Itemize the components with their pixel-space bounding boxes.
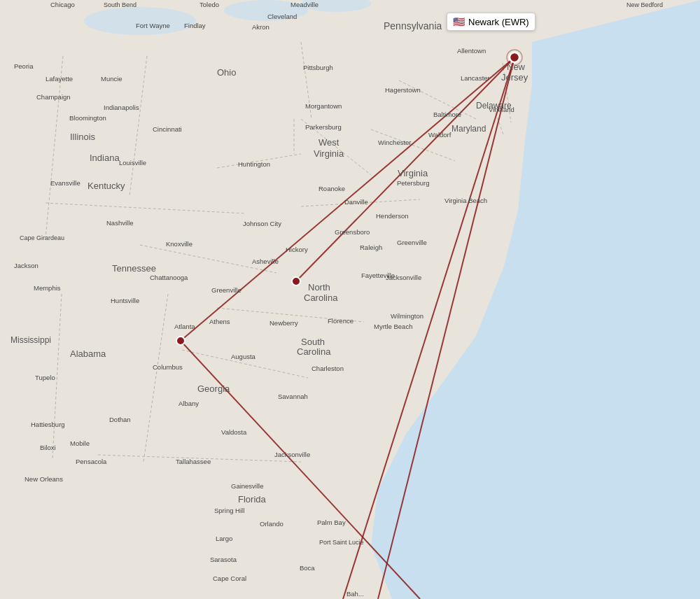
svg-text:Boca: Boca bbox=[300, 564, 315, 572]
svg-text:Orlando: Orlando bbox=[260, 520, 284, 528]
svg-text:Tennessee: Tennessee bbox=[112, 263, 156, 274]
svg-text:Virginia: Virginia bbox=[398, 168, 428, 178]
svg-text:Palm Bay: Palm Bay bbox=[317, 519, 346, 526]
svg-text:Bloomington: Bloomington bbox=[69, 114, 106, 122]
svg-text:Atlanta: Atlanta bbox=[174, 323, 195, 330]
airport-name: Newark (EWR) bbox=[468, 17, 529, 27]
svg-text:Jacksonville: Jacksonville bbox=[274, 451, 310, 458]
svg-text:Port Saint Lucie: Port Saint Lucie bbox=[319, 539, 364, 546]
svg-text:Raleigh: Raleigh bbox=[360, 244, 382, 251]
svg-point-1 bbox=[84, 7, 196, 35]
svg-text:Newberry: Newberry bbox=[270, 319, 298, 327]
svg-text:Lafayette: Lafayette bbox=[46, 75, 73, 83]
svg-text:Waldorf: Waldorf bbox=[428, 131, 451, 139]
svg-text:Florida: Florida bbox=[238, 494, 267, 505]
svg-text:Mobile: Mobile bbox=[70, 439, 90, 447]
svg-text:Virginia: Virginia bbox=[314, 148, 344, 159]
svg-text:Morgantown: Morgantown bbox=[305, 102, 342, 110]
svg-point-130 bbox=[292, 277, 300, 286]
svg-text:Parkersburg: Parkersburg bbox=[305, 123, 342, 131]
svg-text:New Orleans: New Orleans bbox=[24, 475, 63, 483]
svg-text:North: North bbox=[308, 282, 330, 293]
svg-text:Bah...: Bah... bbox=[346, 590, 364, 598]
svg-text:Allentown: Allentown bbox=[457, 47, 486, 55]
svg-text:Tallahassee: Tallahassee bbox=[176, 458, 211, 465]
svg-text:Muncie: Muncie bbox=[101, 75, 122, 83]
svg-text:Kentucky: Kentucky bbox=[88, 181, 125, 191]
svg-text:Asheville: Asheville bbox=[252, 258, 279, 265]
svg-text:Savannah: Savannah bbox=[278, 393, 308, 400]
svg-text:Cape Coral: Cape Coral bbox=[213, 575, 246, 582]
svg-text:Cincinnati: Cincinnati bbox=[153, 125, 182, 133]
svg-text:Charleston: Charleston bbox=[312, 365, 344, 372]
svg-point-131 bbox=[510, 52, 519, 62]
svg-text:Dothan: Dothan bbox=[109, 416, 131, 423]
svg-text:Virginia Beach: Virginia Beach bbox=[444, 197, 487, 204]
svg-text:Greenville: Greenville bbox=[211, 286, 241, 294]
svg-text:Greenville: Greenville bbox=[397, 239, 427, 246]
svg-text:Tupelo: Tupelo bbox=[35, 374, 55, 381]
svg-text:Spring Hill: Spring Hill bbox=[214, 507, 244, 514]
svg-text:Greensboro: Greensboro bbox=[335, 228, 370, 236]
svg-text:Champaign: Champaign bbox=[36, 93, 71, 101]
svg-text:Toledo: Toledo bbox=[200, 1, 219, 8]
svg-text:Hickory: Hickory bbox=[286, 246, 308, 253]
svg-text:Peoria: Peoria bbox=[14, 62, 34, 70]
svg-text:Petersburg: Petersburg bbox=[397, 179, 429, 187]
newark-airport-label[interactable]: 🇺🇸 Newark (EWR) bbox=[447, 13, 536, 31]
svg-text:Huntington: Huntington bbox=[238, 160, 270, 168]
svg-text:Findlay: Findlay bbox=[184, 22, 206, 29]
svg-text:Chattanooga: Chattanooga bbox=[150, 274, 188, 281]
svg-text:Baltimore: Baltimore bbox=[433, 111, 461, 118]
svg-text:West: West bbox=[318, 137, 340, 148]
svg-text:Vineland: Vineland bbox=[489, 106, 514, 113]
svg-text:Roanoke: Roanoke bbox=[318, 185, 345, 192]
svg-text:Pennsylvania: Pennsylvania bbox=[384, 20, 442, 31]
svg-text:Memphis: Memphis bbox=[34, 284, 61, 292]
svg-text:Knoxville: Knoxville bbox=[166, 240, 192, 248]
svg-text:Florence: Florence bbox=[328, 317, 354, 325]
svg-text:Columbus: Columbus bbox=[153, 363, 183, 371]
svg-text:Huntsville: Huntsville bbox=[111, 297, 139, 304]
svg-text:Alabama: Alabama bbox=[70, 348, 106, 359]
svg-text:Pensacola: Pensacola bbox=[76, 458, 107, 465]
svg-text:Hattiesburg: Hattiesburg bbox=[31, 421, 65, 428]
svg-text:Akron: Akron bbox=[252, 23, 270, 31]
svg-text:Mississippi: Mississippi bbox=[10, 335, 51, 345]
svg-point-129 bbox=[176, 337, 185, 345]
svg-text:Nashville: Nashville bbox=[106, 219, 134, 227]
svg-text:Danville: Danville bbox=[344, 198, 368, 206]
svg-text:Maryland: Maryland bbox=[451, 124, 486, 134]
svg-text:Louisville: Louisville bbox=[119, 159, 146, 167]
svg-text:Fort Wayne: Fort Wayne bbox=[136, 22, 170, 29]
svg-text:South: South bbox=[301, 337, 325, 347]
svg-text:Jersey: Jersey bbox=[501, 72, 528, 83]
svg-text:Valdosta: Valdosta bbox=[221, 428, 247, 436]
svg-text:Jacksonville: Jacksonville bbox=[386, 274, 421, 281]
svg-text:Johnson City: Johnson City bbox=[243, 220, 281, 227]
svg-text:Lancaster: Lancaster bbox=[461, 74, 490, 82]
svg-text:Albany: Albany bbox=[178, 400, 199, 407]
svg-text:Cleveland: Cleveland bbox=[267, 13, 297, 20]
svg-text:Ohio: Ohio bbox=[217, 67, 236, 78]
svg-text:Henderson: Henderson bbox=[376, 212, 408, 220]
svg-text:Biloxi: Biloxi bbox=[40, 444, 56, 451]
svg-text:Sarasota: Sarasota bbox=[210, 556, 237, 563]
svg-text:Athens: Athens bbox=[209, 318, 230, 325]
us-flag-icon: 🇺🇸 bbox=[453, 16, 465, 27]
svg-text:Meadville: Meadville bbox=[290, 1, 318, 8]
svg-text:Indiana: Indiana bbox=[90, 153, 120, 163]
svg-text:Chicago: Chicago bbox=[50, 1, 75, 8]
svg-text:Carolina: Carolina bbox=[304, 293, 338, 303]
svg-text:Wilmington: Wilmington bbox=[391, 312, 424, 320]
svg-text:Jackson: Jackson bbox=[14, 262, 38, 269]
svg-text:Carolina: Carolina bbox=[297, 346, 331, 357]
svg-text:Largo: Largo bbox=[216, 535, 232, 542]
svg-text:Pittsburgh: Pittsburgh bbox=[303, 64, 333, 71]
svg-text:Gainesville: Gainesville bbox=[231, 482, 263, 490]
svg-text:Hagerstown: Hagerstown bbox=[385, 86, 421, 94]
svg-text:Georgia: Georgia bbox=[197, 383, 230, 394]
svg-text:Illinois: Illinois bbox=[70, 132, 96, 142]
svg-text:Indianapolis: Indianapolis bbox=[104, 104, 139, 111]
svg-text:Evansville: Evansville bbox=[50, 179, 80, 187]
